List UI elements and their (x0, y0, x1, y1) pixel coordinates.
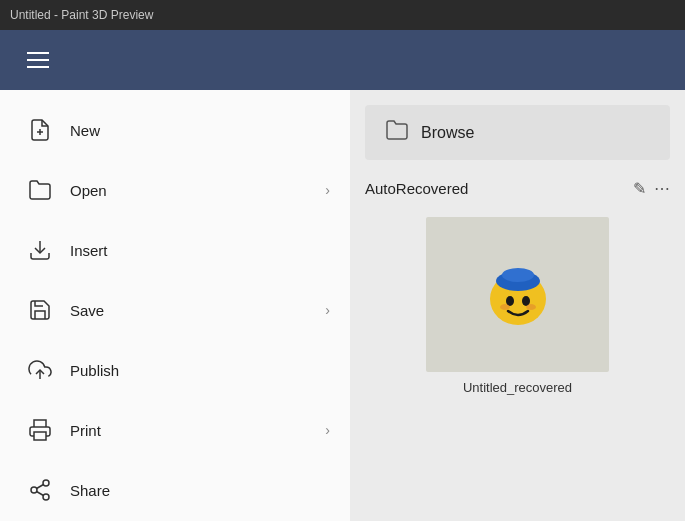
open-folder-icon (20, 178, 60, 202)
publish-icon (20, 358, 60, 382)
sidebar: New Open › Insert (0, 90, 350, 521)
svg-point-12 (502, 268, 534, 282)
sidebar-item-new-label: New (70, 122, 330, 139)
sidebar-item-new[interactable]: New (0, 100, 350, 160)
save-chevron-icon: › (325, 302, 330, 318)
title-bar: Untitled - Paint 3D Preview (0, 0, 685, 30)
section-title: AutoRecovered (365, 180, 468, 197)
sidebar-item-open[interactable]: Open › (0, 160, 350, 220)
section-actions: ✎ ⋯ (633, 179, 670, 198)
sidebar-item-insert[interactable]: Insert (0, 220, 350, 280)
svg-line-8 (37, 492, 44, 496)
svg-line-9 (37, 485, 44, 489)
app-header (0, 30, 685, 90)
svg-point-16 (526, 304, 536, 310)
sidebar-item-save[interactable]: Save › (0, 280, 350, 340)
sidebar-item-share[interactable]: Share (0, 460, 350, 520)
svg-point-15 (500, 304, 510, 310)
hamburger-button[interactable] (0, 30, 75, 90)
thumbnail-container: Untitled_recovered (365, 217, 670, 395)
share-icon (20, 478, 60, 502)
sidebar-item-insert-label: Insert (70, 242, 330, 259)
main-layout: New Open › Insert (0, 90, 685, 521)
browse-button[interactable]: Browse (365, 105, 670, 160)
insert-icon (20, 238, 60, 262)
more-options-icon[interactable]: ⋯ (654, 179, 670, 198)
sidebar-item-publish-label: Publish (70, 362, 330, 379)
sidebar-item-open-label: Open (70, 182, 325, 199)
new-file-icon (20, 118, 60, 142)
print-icon (20, 418, 60, 442)
title-bar-text: Untitled - Paint 3D Preview (10, 8, 153, 22)
sidebar-item-share-label: Share (70, 482, 330, 499)
browse-folder-icon (385, 118, 409, 147)
save-icon (20, 298, 60, 322)
edit-icon[interactable]: ✎ (633, 179, 646, 198)
right-panel: Browse AutoRecovered ✎ ⋯ (350, 90, 685, 521)
print-chevron-icon: › (325, 422, 330, 438)
thumbnail[interactable] (426, 217, 609, 372)
thumbnail-label: Untitled_recovered (463, 380, 572, 395)
sidebar-item-save-label: Save (70, 302, 325, 319)
svg-point-7 (43, 494, 49, 500)
svg-rect-4 (34, 432, 46, 440)
svg-point-6 (31, 487, 37, 493)
open-chevron-icon: › (325, 182, 330, 198)
thumbnail-preview-svg (478, 255, 558, 335)
autorecovered-section-header: AutoRecovered ✎ ⋯ (365, 175, 670, 202)
hamburger-icon (27, 52, 49, 68)
sidebar-item-publish[interactable]: Publish (0, 340, 350, 400)
browse-button-label: Browse (421, 124, 474, 142)
sidebar-item-print[interactable]: Print › (0, 400, 350, 460)
sidebar-item-print-label: Print (70, 422, 325, 439)
svg-point-5 (43, 480, 49, 486)
